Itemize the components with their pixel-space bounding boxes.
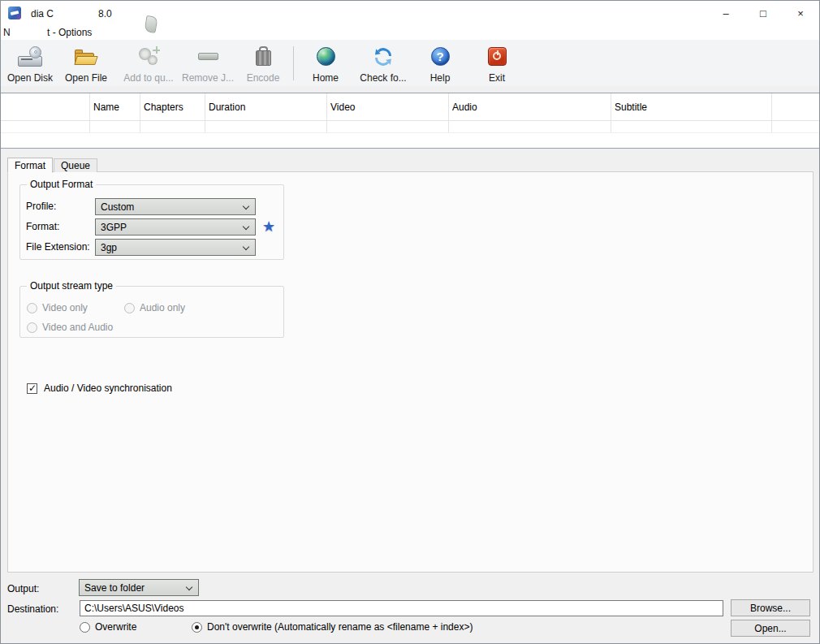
stream-type-group: Output stream type Video only Audio only… <box>19 286 284 338</box>
format-panel: Output Format Profile: Custom Format: 3G… <box>7 171 814 573</box>
menu-fragment[interactable]: N <box>3 27 11 38</box>
toolbar-separator <box>293 46 294 80</box>
help-label: Help <box>430 72 451 84</box>
output-format-group: Output Format Profile: Custom Format: 3G… <box>19 184 284 260</box>
power-icon <box>488 45 507 67</box>
audio-only-radio <box>124 303 135 313</box>
add-to-queue-label: Add to qu... <box>123 72 173 84</box>
column-header-spacer <box>772 93 820 120</box>
menubar: N t - Options <box>1 25 819 40</box>
maximize-button[interactable]: □ <box>744 1 782 25</box>
chevron-down-icon <box>243 244 249 250</box>
video-and-audio-radio <box>27 322 37 333</box>
open-file-button[interactable]: Open File <box>59 45 113 84</box>
encode-label: Encode <box>247 72 280 84</box>
open-disk-button[interactable]: Open Disk <box>3 45 57 84</box>
column-header-blank[interactable] <box>1 93 90 120</box>
tab-strip: Format Queue <box>7 157 98 172</box>
stream-type-group-label: Output stream type <box>27 280 116 292</box>
column-header-subtitle[interactable]: Subtitle <box>611 93 772 120</box>
av-sync-label: Audio / Video synchronisation <box>44 383 172 394</box>
av-sync-option: Audio / Video synchronisation <box>27 383 172 394</box>
format-value: 3GPP <box>101 222 127 233</box>
chevron-down-icon <box>186 584 192 590</box>
titlebar: dia C 8.0 – □ × <box>1 1 819 25</box>
exit-button[interactable]: Exit <box>472 45 522 84</box>
column-header-duration[interactable]: Duration <box>205 93 327 120</box>
output-label: Output: <box>7 583 39 594</box>
video-and-audio-label: Video and Audio <box>42 322 113 333</box>
app-window: dia C 8.0 – □ × N t - Options Open Disk … <box>0 0 820 644</box>
empty-cell <box>327 121 449 132</box>
home-button[interactable]: Home <box>300 45 352 84</box>
menu-item-options[interactable]: t - Options <box>47 27 92 38</box>
open-disk-label: Open Disk <box>7 72 53 84</box>
format-select[interactable]: 3GPP <box>95 218 256 236</box>
video-only-label: Video only <box>42 302 88 313</box>
empty-cell <box>90 121 140 132</box>
audio-only-option: Audio only <box>124 302 185 313</box>
help-button[interactable]: ? Help <box>416 45 464 84</box>
profile-select[interactable]: Custom <box>95 198 256 215</box>
tab-queue[interactable]: Queue <box>54 158 97 172</box>
av-sync-checkbox[interactable] <box>27 383 37 394</box>
job-list-header: Name Chapters Duration Video Audio Subti… <box>1 93 820 121</box>
chevron-down-icon <box>243 223 249 230</box>
dont-overwrite-option[interactable]: Don't overwrite (Automatically rename as… <box>192 621 473 633</box>
output-format-group-label: Output Format <box>27 179 96 190</box>
remove-job-button: Remove J... <box>178 45 238 84</box>
disk-drive-icon <box>18 45 42 67</box>
close-button[interactable]: × <box>782 1 819 25</box>
browse-button[interactable]: Browse... <box>731 599 810 616</box>
overwrite-option[interactable]: Overwrite <box>80 621 136 633</box>
output-mode-select[interactable]: Save to folder <box>79 579 199 596</box>
tab-format[interactable]: Format <box>7 158 53 173</box>
gears-plus-icon <box>137 45 160 67</box>
empty-cell <box>140 121 205 132</box>
video-only-option: Video only <box>27 302 88 313</box>
overwrite-radio[interactable] <box>80 622 90 633</box>
job-list: Name Chapters Duration Video Audio Subti… <box>1 93 820 149</box>
file-extension-value: 3gp <box>101 242 117 253</box>
column-header-audio[interactable]: Audio <box>449 93 611 120</box>
check-for-updates-label: Check fo... <box>360 72 406 84</box>
output-bar: Output: Save to folder Destination: C:\U… <box>1 573 819 644</box>
destination-input[interactable]: C:\Users\ASUS\Videos <box>80 600 723 616</box>
empty-cell <box>449 121 611 132</box>
film-can-icon <box>256 45 271 67</box>
empty-cell <box>611 121 772 132</box>
encode-button: Encode <box>238 45 288 84</box>
check-for-updates-button[interactable]: Check fo... <box>353 45 413 84</box>
refresh-icon <box>373 45 394 67</box>
add-to-queue-button: Add to qu... <box>118 45 179 84</box>
chevron-down-icon <box>243 203 249 210</box>
help-icon: ? <box>431 45 450 67</box>
open-folder-icon <box>75 45 97 67</box>
file-extension-select[interactable]: 3gp <box>95 239 256 256</box>
open-file-label: Open File <box>65 72 107 84</box>
exit-label: Exit <box>489 72 505 84</box>
profile-value: Custom <box>101 201 134 213</box>
screenshot-artifact <box>145 15 158 33</box>
window-title-fragment: dia C <box>31 8 54 19</box>
dont-overwrite-label: Don't overwrite (Automatically rename as… <box>207 621 473 633</box>
video-and-audio-option: Video and Audio <box>27 322 113 333</box>
globe-icon <box>317 45 335 67</box>
destination-value: C:\Users\ASUS\Videos <box>84 603 184 614</box>
minimize-button[interactable]: – <box>707 1 744 25</box>
format-label: Format: <box>26 221 59 232</box>
toolbar: Open Disk Open File Add to qu... Remove … <box>1 40 819 86</box>
column-header-video[interactable]: Video <box>327 93 449 120</box>
column-header-chapters[interactable]: Chapters <box>140 93 205 120</box>
column-header-name[interactable]: Name <box>90 93 140 120</box>
favorite-star-button[interactable]: ★ <box>262 219 275 234</box>
destination-label: Destination: <box>7 603 58 615</box>
video-only-radio <box>27 303 37 313</box>
open-button[interactable]: Open... <box>731 620 810 637</box>
question-glyph: ? <box>436 50 443 63</box>
output-mode-value: Save to folder <box>84 582 145 594</box>
home-label: Home <box>313 72 339 84</box>
empty-cell <box>205 121 327 132</box>
dont-overwrite-radio[interactable] <box>192 622 202 633</box>
file-extension-label: File Extension: <box>26 241 90 253</box>
